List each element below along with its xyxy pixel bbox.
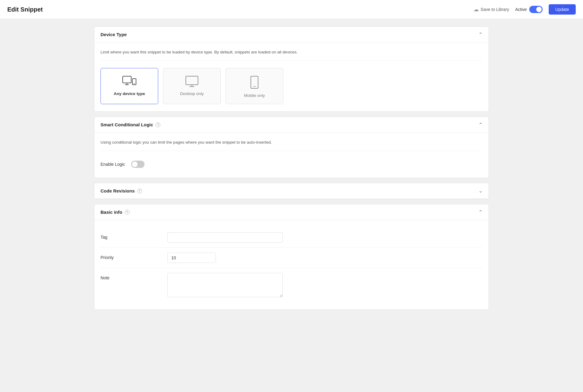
smart-conditional-header[interactable]: Smart Conditional Logic ? ⌃ (94, 117, 489, 133)
svg-rect-5 (186, 76, 198, 85)
svg-rect-0 (123, 76, 131, 83)
active-toggle-group: Active (515, 6, 543, 13)
header-actions: ☁ Save to Library Active Update (473, 4, 576, 15)
code-revisions-section: Code Revisions ? ⌄ (94, 183, 489, 199)
device-option-desktop[interactable]: Desktop only (163, 68, 221, 104)
svg-rect-3 (132, 79, 136, 85)
mobile-label: Mobile only (244, 93, 265, 98)
enable-logic-label: Enable Logic (101, 162, 125, 167)
basic-info-body: Tag Priority Note (94, 220, 489, 309)
device-type-body: Limit where you want this snippet to be … (94, 43, 489, 111)
priority-row: Priority (101, 248, 482, 268)
page-title: Edit Snippet (7, 6, 43, 13)
device-type-section-header[interactable]: Device Type ⌃ (94, 27, 489, 43)
save-to-library-button[interactable]: ☁ Save to Library (473, 6, 509, 13)
code-revisions-help-icon[interactable]: ? (137, 189, 142, 193)
update-button[interactable]: Update (549, 4, 576, 15)
note-label: Note (101, 273, 167, 280)
basic-info-chevron: ⌃ (479, 209, 482, 215)
basic-info-help-icon[interactable]: ? (125, 210, 130, 215)
smart-conditional-help-icon[interactable]: ? (155, 122, 160, 127)
save-to-library-label: Save to Library (481, 7, 509, 12)
device-type-section: Device Type ⌃ Limit where you want this … (94, 26, 489, 112)
any-device-icon (122, 76, 137, 87)
mobile-icon (250, 76, 259, 89)
basic-info-header[interactable]: Basic info ? ⌃ (94, 204, 489, 220)
enable-logic-toggle[interactable] (131, 161, 145, 168)
note-input[interactable] (167, 273, 283, 297)
desktop-label: Desktop only (180, 91, 204, 96)
basic-info-section: Basic info ? ⌃ Tag Priority Note (94, 204, 489, 310)
device-type-chevron: ⌃ (479, 32, 482, 37)
code-revisions-chevron: ⌄ (479, 188, 482, 194)
tag-label: Tag (101, 232, 167, 240)
code-revisions-title: Code Revisions ? (101, 188, 142, 193)
note-row: Note (101, 268, 482, 302)
code-revisions-header[interactable]: Code Revisions ? ⌄ (94, 183, 489, 199)
smart-conditional-section: Smart Conditional Logic ? ⌃ Using condit… (94, 117, 489, 178)
any-device-label: Any device type (114, 91, 145, 96)
device-options: Any device type Desktop only (101, 68, 482, 104)
active-label: Active (515, 7, 527, 12)
desktop-icon (185, 76, 199, 87)
page-header: Edit Snippet ☁ Save to Library Active Up… (0, 0, 583, 19)
cloud-icon: ☁ (473, 6, 479, 13)
device-option-mobile[interactable]: Mobile only (226, 68, 283, 104)
smart-conditional-title: Smart Conditional Logic ? (101, 122, 160, 127)
device-option-any[interactable]: Any device type (101, 68, 158, 104)
smart-conditional-description: Using conditional logic you can limit th… (101, 140, 482, 151)
device-type-title: Device Type (101, 32, 127, 37)
smart-conditional-chevron: ⌃ (479, 122, 482, 128)
tag-input[interactable] (167, 232, 283, 243)
tag-row: Tag (101, 227, 482, 248)
priority-label: Priority (101, 253, 167, 260)
active-toggle[interactable] (529, 6, 543, 13)
priority-input[interactable] (167, 253, 216, 263)
device-type-description: Limit where you want this snippet to be … (101, 50, 482, 61)
main-content: Device Type ⌃ Limit where you want this … (88, 19, 495, 317)
basic-info-title: Basic info ? (101, 210, 130, 215)
smart-conditional-body: Using conditional logic you can limit th… (94, 133, 489, 178)
enable-logic-row: Enable Logic (101, 158, 482, 170)
